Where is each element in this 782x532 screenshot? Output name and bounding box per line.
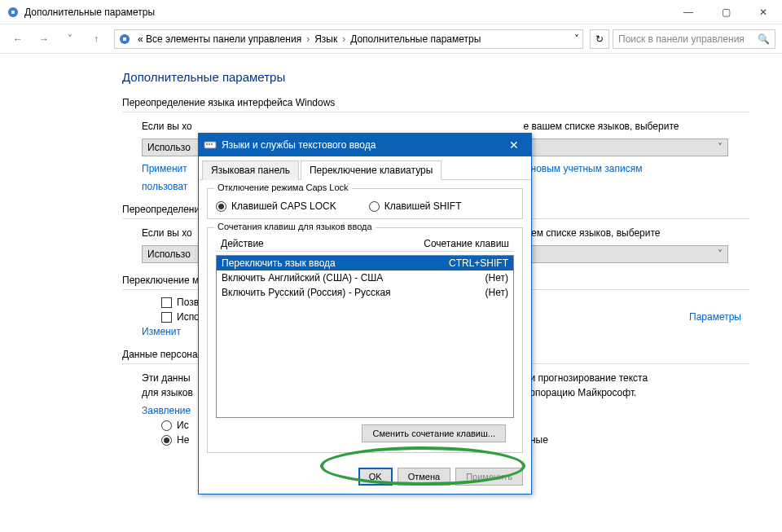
chevron-right-icon: › [340,33,347,45]
minimize-button[interactable]: — [670,0,707,24]
apply-button[interactable]: Применить [455,468,523,486]
hotkeys-legend: Сочетания клавиш для языков ввода [214,222,376,231]
address-bar[interactable]: « Все элементы панели управления › Язык … [114,29,583,49]
divider [122,112,749,112]
checkbox-icon [161,297,172,308]
breadcrumb-root[interactable]: « Все элементы панели управления [134,33,305,45]
actions-list[interactable]: Переключить язык ввода CTRL+SHIFT Включи… [216,255,514,418]
list-item[interactable]: Включить Русский (Россия) - Русская (Нет… [217,285,513,300]
refresh-button[interactable]: ↻ [590,29,609,49]
tab-strip: Языковая панель Переключение клавиатуры [199,156,531,180]
text-services-dialog: Языки и службы текстового ввода ✕ Языков… [198,133,532,495]
keyboard-icon [204,138,217,152]
list-item[interactable]: Переключить язык ввода CTRL+SHIFT [217,256,513,270]
svg-rect-3 [123,37,126,41]
chevron-down-icon: ˅ [718,142,723,153]
change-hotkey-button[interactable]: Сменить сочетание клавиш... [362,424,506,442]
section-ui-language: Переопределение языка интерфейса Windows [122,97,782,108]
svg-rect-1 [11,11,15,14]
capslock-legend: Отключение режима Caps Lock [214,182,352,192]
control-panel-icon [118,33,131,46]
forward-button[interactable]: → [33,28,55,51]
control-panel-icon [7,6,20,19]
search-placeholder: Поиск в панели управления [618,33,745,45]
svg-rect-6 [209,143,210,145]
breadcrumb-lang[interactable]: Язык [311,33,340,45]
window-titlebar: Дополнительные параметры — ▢ ✕ [0,0,782,24]
back-button[interactable]: ← [7,28,29,51]
dialog-titlebar[interactable]: Языки и службы текстового ввода ✕ [199,134,531,156]
ui-language-description: Если вы хо е вашем списке языков, выбери… [142,119,749,134]
apply-link[interactable]: Применит [142,163,190,174]
chevron-down-icon: ˅ [718,248,723,260]
up-button[interactable]: ↑ [85,28,108,51]
chevron-right-icon: › [305,33,311,45]
search-input[interactable]: Поиск в панели управления 🔍 [613,29,775,49]
tab-language-bar[interactable]: Языковая панель [202,160,299,180]
svg-rect-7 [211,143,213,145]
maximize-button[interactable]: ▢ [707,0,745,24]
window-title: Дополнительные параметры [24,7,670,18]
actions-header: Действие Сочетание клавиш [216,236,514,252]
breadcrumb-current[interactable]: Дополнительные параметры [347,33,484,45]
dialog-close-button[interactable]: ✕ [502,136,526,154]
hotkeys-group: Сочетания клавиш для языков ввода Действ… [207,227,523,453]
privacy-link[interactable]: Заявление [142,405,191,416]
dialog-footer: OK Отмена Применить [199,461,531,494]
history-dropdown[interactable]: ˅ [59,28,81,51]
window-controls: — ▢ ✕ [670,0,782,24]
chevron-down-icon[interactable]: ˅ [574,33,579,45]
list-item[interactable]: Включить Английский (США) - США (Нет) [217,270,513,285]
search-icon: 🔍 [758,33,770,45]
page-title: Дополнительные параметры [122,70,782,84]
tab-keyboard-switch[interactable]: Переключение клавиатуры [301,160,442,180]
close-button[interactable]: ✕ [745,0,782,24]
radio-icon [161,420,172,431]
change-link[interactable]: Изменит [142,326,181,337]
capslock-radio[interactable]: Клавишей CAPS LOCK [216,200,336,212]
radio-icon [369,201,380,212]
ok-button[interactable]: OK [358,468,393,486]
cancel-button[interactable]: Отмена [398,468,450,486]
radio-icon [216,201,226,212]
dialog-title: Языки и службы текстового ввода [222,139,502,151]
params-link[interactable]: Параметры [689,311,741,323]
capslock-group: Отключение режима Caps Lock Клавишей CAP… [207,188,523,219]
radio-icon [161,435,172,446]
shift-radio[interactable]: Клавишей SHIFT [369,200,462,212]
svg-rect-5 [206,143,208,145]
users-link[interactable]: пользоват [142,181,187,192]
explorer-nav: ← → ˅ ↑ « Все элементы панели управления… [0,24,782,54]
checkbox-icon [161,312,172,323]
